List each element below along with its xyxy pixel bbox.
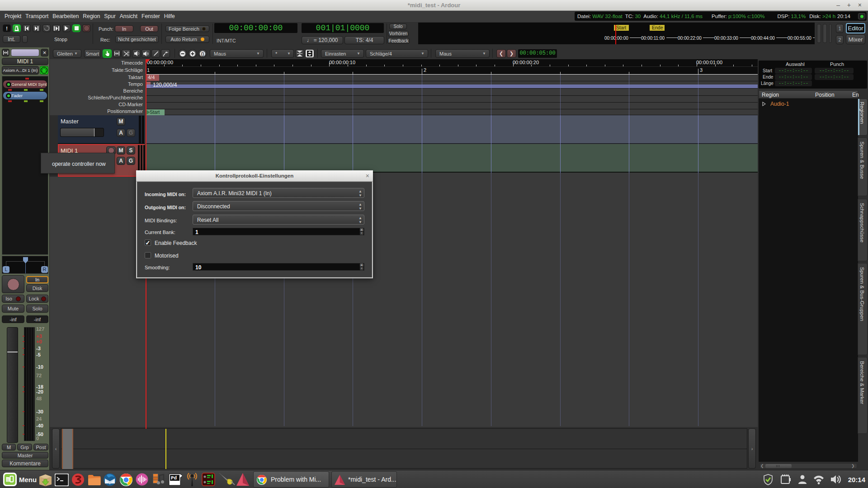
svg-text:(): () xyxy=(201,51,204,56)
svg-text:Pd: Pd xyxy=(171,475,177,481)
